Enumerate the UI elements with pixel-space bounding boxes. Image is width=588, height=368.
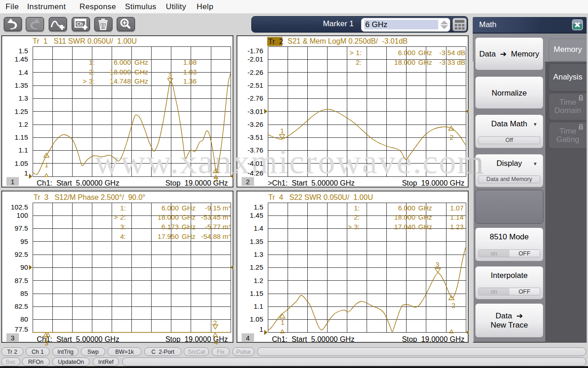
- svg-text:GHz: GHz: [182, 204, 196, 212]
- svg-text:GHz: GHz: [182, 232, 196, 240]
- svg-text:Stop 19.0000 GHz: Stop 19.0000 GHz: [402, 179, 464, 187]
- svg-text:1: 1: [45, 161, 48, 169]
- svg-text:>: >: [348, 223, 352, 231]
- svg-text:-3.33 dB: -3.33 dB: [439, 58, 465, 66]
- svg-text:GHz: GHz: [418, 223, 432, 231]
- svg-text:90: 90: [20, 263, 28, 271]
- svg-text:S21 & Mem LogM 0.250dB/ -3.01: S21 & Mem LogM 0.250dB/ -3.01dB: [288, 37, 407, 45]
- svg-text:2:: 2:: [356, 58, 362, 66]
- svg-text:GHz: GHz: [418, 58, 432, 66]
- svg-text:102.5: 102.5: [11, 203, 28, 211]
- svg-text:GHz: GHz: [418, 213, 432, 221]
- svg-text:1.45: 1.45: [250, 211, 263, 219]
- svg-text:Tr 2: Tr 2: [268, 38, 283, 45]
- svg-text:1.35: 1.35: [15, 81, 28, 89]
- svg-text:-1.76: -1.76: [248, 47, 263, 55]
- svg-text:1.4: 1.4: [18, 68, 28, 76]
- svg-text:-3.76: -3.76: [248, 146, 263, 154]
- svg-text:1.2: 1.2: [18, 120, 28, 128]
- svg-text:17.950: 17.950: [158, 232, 179, 240]
- svg-text:1:: 1:: [354, 204, 360, 212]
- svg-text:GHz: GHz: [135, 77, 148, 85]
- svg-text:Ch: Ch: [76, 21, 83, 27]
- svg-text:1.25: 1.25: [15, 108, 28, 115]
- svg-text:>: >: [114, 213, 118, 221]
- svg-text:1.05: 1.05: [250, 315, 263, 323]
- svg-text:4: 4: [246, 334, 249, 342]
- svg-text:1.1: 1.1: [254, 302, 263, 310]
- svg-text:1.4: 1.4: [254, 224, 263, 232]
- svg-text:1.08: 1.08: [183, 58, 197, 66]
- svg-text:Tr 4 S22 SWR 0.050U/ 1.00U: Tr 4 S22 SWR 0.050U/ 1.00U: [268, 193, 373, 201]
- svg-text:6.000: 6.000: [161, 204, 179, 212]
- svg-text:1.14: 1.14: [450, 213, 464, 221]
- svg-text:1:: 1:: [120, 204, 126, 212]
- svg-text:www.xanxmicrowave.com: www.xanxmicrowave.com: [469, 142, 485, 181]
- svg-text:3:: 3:: [354, 223, 360, 231]
- svg-text:82.5: 82.5: [15, 302, 28, 310]
- svg-text:1:: 1:: [356, 49, 362, 57]
- svg-text:97.5: 97.5: [15, 224, 28, 232]
- svg-text:1.2: 1.2: [254, 277, 263, 284]
- svg-text:1.25: 1.25: [250, 263, 263, 271]
- svg-text:GHz: GHz: [135, 68, 148, 76]
- svg-text:1.35: 1.35: [250, 238, 263, 245]
- svg-text:-2.01: -2.01: [248, 55, 263, 63]
- svg-text:GHz: GHz: [418, 204, 432, 212]
- svg-text:3: 3: [168, 71, 172, 79]
- svg-text:6.000: 6.000: [398, 49, 415, 57]
- svg-text:Ch1: Start 5.00000 GHz: Ch1: Start 5.00000 GHz: [37, 179, 119, 187]
- svg-text:3: 3: [435, 260, 439, 268]
- svg-text:1.07: 1.07: [450, 204, 464, 212]
- svg-text:100: 100: [17, 211, 28, 219]
- svg-text:1.3: 1.3: [254, 250, 263, 258]
- svg-text:18.000: 18.000: [394, 213, 415, 221]
- svg-text:87.5: 87.5: [15, 277, 28, 284]
- svg-text:Tr 1 S11 SWR 0.050U/ 1.00U: Tr 1 S11 SWR 0.050U/ 1.00U: [33, 37, 137, 45]
- svg-text:-3.54 dB: -3.54 dB: [439, 49, 465, 57]
- svg-text:-4.26: -4.26: [248, 169, 263, 177]
- svg-text:GHz: GHz: [418, 49, 432, 57]
- svg-text:1.15: 1.15: [250, 289, 263, 297]
- svg-text:-5.77 m°: -5.77 m°: [205, 223, 231, 231]
- svg-text:Stop 19.0000 GHz: Stop 19.0000 GHz: [165, 335, 228, 343]
- svg-text:1.15: 1.15: [15, 133, 28, 141]
- svg-text:Stop 19.0000 GHz: Stop 19.0000 GHz: [165, 179, 228, 187]
- svg-text:Ch1: Start 5.00000 GHz: Ch1: Start 5.00000 GHz: [272, 335, 355, 343]
- svg-text:18.000: 18.000: [158, 213, 179, 221]
- svg-text:2: 2: [452, 301, 455, 309]
- svg-text:1.23: 1.23: [450, 223, 464, 231]
- svg-text:-2.76: -2.76: [248, 94, 263, 102]
- svg-text:2: 2: [246, 178, 249, 186]
- svg-text:Stop 19.0000 GHz: Stop 19.0000 GHz: [402, 335, 464, 343]
- svg-text:2: 2: [213, 319, 217, 327]
- svg-text:1.05: 1.05: [15, 159, 28, 167]
- svg-text:4:: 4:: [120, 232, 126, 240]
- svg-text:GHz: GHz: [135, 58, 148, 66]
- svg-text:85: 85: [20, 289, 28, 297]
- svg-text:-3.26: -3.26: [248, 120, 263, 128]
- svg-text:1.3: 1.3: [18, 94, 28, 102]
- svg-text:1:: 1:: [89, 58, 95, 66]
- svg-text:1: 1: [11, 178, 14, 186]
- svg-text:GHz: GHz: [182, 223, 196, 231]
- svg-text:-53.45 m°: -53.45 m°: [201, 213, 231, 221]
- svg-text:2:: 2:: [120, 213, 126, 221]
- svg-text:2: 2: [450, 133, 453, 141]
- svg-text:-4.01: -4.01: [248, 159, 263, 167]
- svg-text:77.5: 77.5: [15, 325, 28, 333]
- svg-text:6.000: 6.000: [398, 204, 415, 212]
- svg-text:3:: 3:: [89, 77, 95, 85]
- svg-text:-2.51: -2.51: [248, 81, 263, 89]
- svg-text:2:: 2:: [89, 68, 95, 76]
- svg-text:Tr 3 S12/M Phase 2.500°/ 9: Tr 3 S12/M Phase 2.500°/ 90.0°: [34, 193, 145, 201]
- svg-text:1: 1: [280, 127, 284, 135]
- svg-text:-2.26: -2.26: [248, 68, 263, 76]
- svg-text:1.1: 1.1: [18, 146, 28, 154]
- svg-text:1: 1: [260, 325, 263, 333]
- svg-text:18.000: 18.000: [110, 68, 131, 76]
- svg-text:14.748: 14.748: [110, 77, 131, 85]
- svg-text:3:: 3:: [120, 223, 126, 231]
- svg-text:>Ch1: Start 5.00000 GHz: >Ch1: Start 5.00000 GHz: [268, 179, 355, 187]
- svg-text:-9.15 m°: -9.15 m°: [205, 204, 231, 212]
